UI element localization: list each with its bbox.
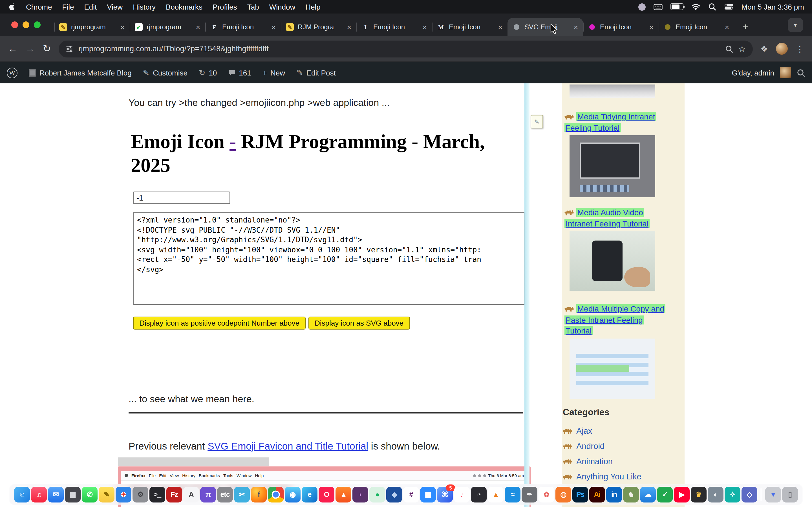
menu-bar-clock[interactable]: Mon 5 Jan 3:36 pm [741,3,804,11]
zoom-icon[interactable] [725,45,733,53]
apple-logo-icon[interactable] [8,3,16,11]
tab-close-icon[interactable]: × [196,23,200,31]
dock-app-icon[interactable]: ✆ [82,487,98,503]
dock-app-icon[interactable]: ≈ [505,487,520,503]
dock-app-icon[interactable]: ◉ [285,487,301,503]
adminbar-greeting[interactable]: G'day, admin [732,68,774,77]
edit-note-icon[interactable]: ✎ [530,115,543,128]
tab-close-icon[interactable]: × [347,23,351,31]
browser-tab[interactable]: SVG Emoji × [507,18,583,36]
tab-close-icon[interactable]: × [725,23,729,31]
tab-close-icon[interactable]: × [120,23,124,31]
wifi-icon[interactable] [691,3,700,10]
minimize-window-button[interactable] [22,21,29,28]
dock-app-icon[interactable]: ▲ [336,487,351,503]
profile-avatar[interactable] [776,43,788,55]
menubar-app-icon[interactable] [638,3,645,10]
title-link[interactable]: - [230,131,236,153]
browser-tab[interactable]: Emoji Icon × [583,18,659,36]
dock-app-icon[interactable]: Ai [589,487,605,503]
bookmark-star-icon[interactable]: ☆ [738,44,746,54]
dock-app-icon[interactable]: # [403,487,419,503]
dock-app-icon[interactable]: ☁ [640,487,656,503]
browser-tab[interactable]: I Emoji Icon × [356,18,432,36]
category-link[interactable]: Animation [576,457,613,466]
adminbar-edit-post[interactable]: ✎ Edit Post [296,68,336,77]
url-text[interactable]: rjmprogramming.com.au/ITblog/?p=71548&jg… [79,45,720,53]
close-window-button[interactable] [11,21,18,28]
dock-app-icon[interactable]: ▲ [488,487,504,503]
tab-close-icon[interactable]: × [649,23,654,31]
previous-tutorial-link[interactable]: SVG Emoji Favicon and Title Tutorial [207,440,368,452]
tab-search-button[interactable]: ▾ [788,18,803,32]
site-settings-icon[interactable] [66,45,73,53]
dock-app-icon[interactable]: A [183,487,199,503]
menu-item[interactable]: Window [269,3,296,11]
dock-app-icon[interactable]: ▼ [765,487,781,503]
control-center-icon[interactable] [724,3,733,10]
tutorial-link[interactable]: Media Audio Video Intranet Feeling Tutor… [564,208,650,228]
dock-app-icon[interactable]: ▣ [420,487,436,503]
display-svg-button[interactable]: Display icon as SVG above [308,317,410,330]
dock-app-icon[interactable]: ✿ [539,487,554,503]
dock-app-icon[interactable]: ♫ [31,487,47,503]
menu-item[interactable]: Profiles [213,3,237,11]
dock-app-icon[interactable]: ◇ [742,487,757,503]
codepoint-input[interactable] [133,191,230,204]
tutorial-thumbnail[interactable] [569,338,655,399]
dock-app-icon[interactable]: ✦ [116,487,132,503]
menu-item[interactable]: View [107,3,123,11]
dock-app-icon[interactable]: Fz [166,487,182,503]
dock-app-icon[interactable]: ⚙ [133,487,148,503]
tab-close-icon[interactable]: × [498,23,502,31]
category-link[interactable]: Ajax [576,426,592,435]
dock-app-icon[interactable]: ◗ [352,487,368,503]
menu-item[interactable]: Tab [247,3,259,11]
dock-app-icon[interactable]: e [302,487,317,503]
dock-app-icon[interactable]: ⌘ 5 [437,487,453,503]
menu-item[interactable]: File [62,3,74,11]
dock-app-icon[interactable]: ◐ [708,487,723,503]
browser-tab[interactable]: Emoji Icon × [659,18,734,36]
dock-app-icon[interactable]: ♛ [691,487,707,503]
dock-app-icon[interactable]: ✒ [522,487,538,503]
battery-icon[interactable] [670,3,683,10]
svg-code-textarea[interactable]: <?xml version="1.0" standalone="no"?> <!… [133,212,524,305]
dock-app-icon[interactable]: in [606,487,622,503]
adminbar-new[interactable]: + New [262,68,285,77]
adminbar-comments[interactable]: 161 [228,68,251,77]
browser-tab[interactable]: ✎ rjmprogram × [54,18,130,36]
tab-close-icon[interactable]: × [271,23,276,31]
dock-app-icon[interactable]: ▯ [782,487,798,503]
dock-app-icon[interactable]: ● [369,487,385,503]
tutorial-thumbnail[interactable] [569,231,655,291]
dock-app-icon[interactable]: ◔ [471,487,487,503]
keyboard-icon[interactable] [653,4,662,10]
adminbar-customise[interactable]: ✎ Customise [143,68,188,77]
dock-app-icon[interactable]: ☺ [14,487,30,503]
adminbar-search-icon[interactable] [797,68,805,77]
back-button[interactable]: ← [8,43,17,54]
forward-button[interactable]: → [26,43,35,54]
menu-item[interactable]: Help [305,3,320,11]
category-link[interactable]: Android [576,441,605,450]
menu-item[interactable]: Chrome [26,3,52,11]
tab-close-icon[interactable]: × [423,23,427,31]
tab-close-icon[interactable]: × [574,23,578,31]
menu-item[interactable]: Bookmarks [166,3,202,11]
browser-tab[interactable]: ✔ rjmprogram × [130,18,205,36]
dock-app-icon[interactable]: ♪ [454,487,470,503]
category-link[interactable]: Anything You Like [576,472,642,481]
menu-item[interactable]: History [133,3,156,11]
dock-app-icon[interactable]: etc [217,487,233,503]
maximize-window-button[interactable] [34,21,41,28]
dock-app-icon[interactable] [268,487,284,503]
tutorial-link[interactable]: Media Tidying Intranet Feeling Tutorial [564,112,656,132]
dock-app-icon[interactable]: O [319,487,335,503]
dock-app-icon[interactable]: ◍ [555,487,571,503]
browser-tab[interactable]: M Emoji Icon × [432,18,507,36]
tutorial-thumbnail[interactable] [569,135,655,197]
browser-tab[interactable]: F Emoji Icon × [205,18,281,36]
display-number-button[interactable]: Display icon as positive codepoint Numbe… [133,317,306,330]
address-bar[interactable]: rjmprogramming.com.au/ITblog/?p=71548&jg… [59,40,753,57]
